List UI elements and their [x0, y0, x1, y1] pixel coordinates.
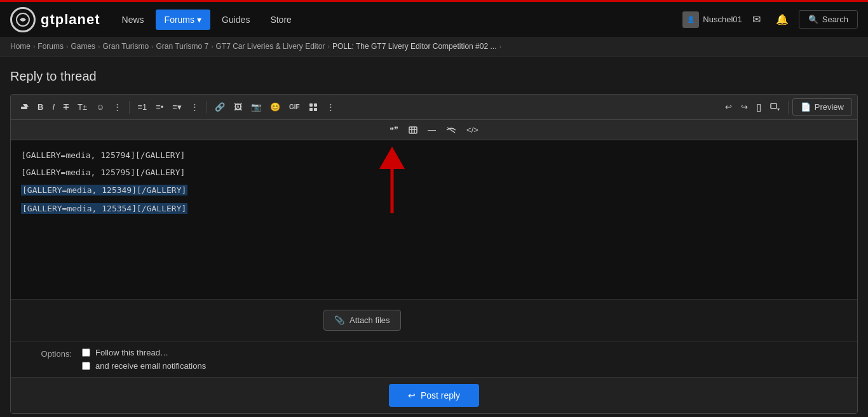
reply-icon: ↩ — [408, 390, 416, 400]
attach-left-panel — [21, 310, 313, 331]
quote-button[interactable]: ❝❞ — [386, 122, 402, 137]
ordered-list-button[interactable]: ≡1 — [133, 100, 151, 114]
main-content: Reply to thread B I T̶ T± ☺ ⋮ ≡1 ≡• ≡▾ ⋮… — [0, 56, 868, 417]
editor-body[interactable]: [GALLERY=media, 125794][/GALLERY] [GALLE… — [11, 140, 857, 299]
paperclip-icon: 📎 — [334, 315, 344, 325]
username: Nuschel01 — [703, 15, 742, 24]
editor-line-2: [GALLERY=media, 125795][/GALLERY] — [21, 168, 847, 177]
search-button[interactable]: 🔍 Search — [799, 10, 858, 29]
svg-rect-5 — [309, 108, 313, 111]
redo-button[interactable]: ↪ — [737, 100, 752, 114]
editor-line-4: [GALLERY=media, 125354][/GALLERY] — [21, 203, 847, 214]
selected-text-1: [GALLERY=media, 125349][/GALLERY] — [21, 185, 187, 195]
breadcrumb-sep-2: › — [66, 43, 68, 50]
breadcrumb-gran-turismo[interactable]: Gran Turismo — [102, 42, 149, 51]
nav-right-section: 👤 Nuschel01 ✉ 🔔 🔍 Search — [682, 10, 858, 29]
breadcrumb-sep-6: › — [328, 43, 330, 50]
red-arrow-indicator — [367, 143, 417, 220]
search-icon: 🔍 — [808, 15, 818, 24]
breadcrumb-games[interactable]: Games — [71, 42, 95, 51]
editor-toolbar-secondary: ❝❞ — </> — [11, 120, 857, 140]
preview-icon: 📄 — [801, 102, 811, 112]
nav-forums[interactable]: Forums ▾ — [156, 10, 210, 30]
breadcrumb: Home › Forums › Games › Gran Turismo › G… — [0, 37, 868, 56]
follow-thread-label: Follow this thread… — [95, 348, 168, 357]
svg-rect-6 — [314, 108, 317, 111]
svg-marker-2 — [23, 104, 29, 107]
svg-rect-3 — [309, 103, 313, 107]
svg-rect-7 — [771, 103, 776, 109]
logo-icon — [10, 7, 36, 32]
undo-button[interactable]: ↩ — [721, 100, 736, 114]
breadcrumb-gt7[interactable]: Gran Turismo 7 — [156, 42, 208, 51]
email-notifications-checkbox[interactable] — [82, 362, 90, 370]
link-button[interactable]: 🔗 — [211, 100, 229, 114]
follow-thread-checkbox[interactable] — [82, 348, 90, 357]
breadcrumb-sep-7: › — [499, 43, 501, 50]
svg-rect-9 — [409, 127, 417, 133]
nav-store[interactable]: Store — [261, 10, 300, 30]
options-label: Options: — [21, 348, 72, 359]
breadcrumb-sep-5: › — [211, 43, 213, 50]
text-size-button[interactable]: T± — [74, 100, 91, 114]
toolbar-separator-3 — [788, 101, 789, 114]
breadcrumb-sep-3: › — [98, 43, 100, 50]
editor-line-3: [GALLERY=media, 125349][/GALLERY] — [21, 185, 847, 195]
preview-button[interactable]: 📄 Preview — [792, 98, 852, 116]
align-button[interactable]: ≡▾ — [168, 100, 186, 114]
breadcrumb-sep-1: › — [33, 43, 35, 50]
attach-right-panel: 📎 Attach files — [323, 310, 847, 331]
post-reply-button[interactable]: ↩ Post reply — [389, 384, 479, 407]
image-resize-button[interactable]: ▾ — [766, 100, 784, 114]
svg-rect-4 — [314, 103, 317, 107]
code-brackets-button[interactable]: [] — [753, 100, 765, 114]
camera-button[interactable]: 📷 — [247, 100, 265, 114]
eraser-button[interactable] — [16, 100, 32, 114]
editor-bottom: 📎 Attach files Options: Follow this thre… — [11, 299, 857, 413]
messages-icon-button[interactable]: ✉ — [747, 11, 766, 28]
image-button[interactable]: 🖼 — [230, 100, 246, 114]
unordered-list-button[interactable]: ≡• — [152, 100, 167, 114]
strikethrough-button[interactable]: T̶ — [60, 100, 72, 114]
italic-button[interactable]: I — [48, 100, 58, 114]
smiley-button[interactable]: ☺ — [92, 100, 108, 114]
avatar: 👤 — [682, 11, 699, 28]
breadcrumb-home[interactable]: Home — [10, 42, 31, 51]
top-navigation-bar: gtplanet News Forums ▾ Guides Store 👤 Nu… — [0, 0, 868, 37]
editor-toolbar: B I T̶ T± ☺ ⋮ ≡1 ≡• ≡▾ ⋮ 🔗 🖼 📷 😊 GIF ⋮ ↩… — [11, 95, 857, 120]
page-title: Reply to thread — [10, 69, 858, 84]
svg-text:▾: ▾ — [777, 107, 780, 112]
breadcrumb-forums[interactable]: Forums — [37, 42, 64, 51]
more-text-options[interactable]: ⋮ — [109, 100, 125, 114]
user-profile-button[interactable]: 👤 Nuschel01 — [682, 11, 742, 28]
notifications-icon-button[interactable]: 🔔 — [771, 11, 794, 28]
logo[interactable]: gtplanet — [10, 7, 100, 32]
email-notifications-checkbox-row[interactable]: and receive email notifications — [82, 361, 206, 371]
breadcrumb-livery-editor[interactable]: GT7 Car Liveries & Livery Editor — [215, 42, 325, 51]
svg-marker-15 — [379, 147, 405, 169]
nav-news[interactable]: News — [113, 10, 153, 30]
hide-button[interactable] — [442, 124, 460, 136]
follow-thread-checkbox-row[interactable]: Follow this thread… — [82, 348, 206, 357]
toolbar-separator-1 — [129, 101, 130, 114]
selected-text-2: [GALLERY=media, 125354][/GALLERY] — [21, 203, 187, 214]
email-notifications-label: and receive email notifications — [95, 361, 206, 371]
table-button[interactable] — [405, 124, 421, 136]
horizontal-rule-button[interactable]: — — [424, 122, 440, 137]
attach-files-button[interactable]: 📎 Attach files — [323, 310, 401, 331]
editor-line-1: [GALLERY=media, 125794][/GALLERY] — [21, 150, 847, 160]
attach-section: 📎 Attach files — [11, 300, 857, 341]
more-list-options[interactable]: ⋮ — [187, 100, 203, 114]
gallery-button[interactable] — [305, 100, 322, 114]
logo-text: gtplanet — [41, 11, 100, 28]
code-button[interactable]: </> — [463, 122, 482, 137]
more-insert-options[interactable]: ⋮ — [323, 100, 339, 114]
gif-button[interactable]: GIF — [285, 101, 304, 113]
options-section: Options: Follow this thread… and receive… — [11, 341, 857, 377]
emoji-button[interactable]: 😊 — [266, 100, 284, 114]
chevron-down-icon: ▾ — [197, 15, 201, 25]
nav-guides[interactable]: Guides — [213, 10, 259, 30]
svg-rect-1 — [21, 107, 27, 109]
editor-container: B I T̶ T± ☺ ⋮ ≡1 ≡• ≡▾ ⋮ 🔗 🖼 📷 😊 GIF ⋮ ↩… — [10, 94, 858, 414]
bold-button[interactable]: B — [34, 100, 47, 114]
